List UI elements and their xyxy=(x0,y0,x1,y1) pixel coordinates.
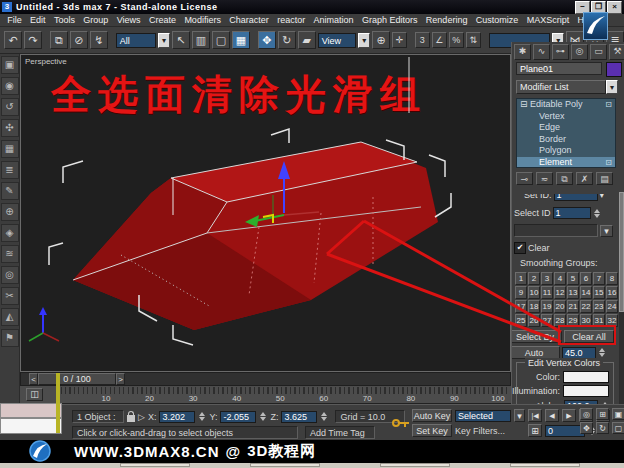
snap-3d-icon[interactable]: 3 xyxy=(415,32,430,48)
menu-item[interactable]: Rendering xyxy=(422,15,472,25)
command-tab-icon[interactable]: ◎ xyxy=(571,44,588,60)
smoothing-group-button[interactable]: 21 xyxy=(567,300,579,313)
smoothing-group-button[interactable]: 20 xyxy=(554,300,566,313)
stack-item-vertex[interactable]: Vertex xyxy=(517,111,615,123)
scale-icon[interactable]: ▰ xyxy=(298,31,316,49)
manipulate-icon[interactable]: ✛ xyxy=(392,32,407,48)
reactor-tool-icon[interactable]: ≣ xyxy=(1,161,19,179)
stack-item-polygon[interactable]: Polygon xyxy=(517,145,615,157)
clear-selection-checkbox[interactable]: ✔ xyxy=(514,242,526,254)
set-key-button[interactable]: Set Key xyxy=(412,424,452,437)
nav-icon[interactable]: ✥ xyxy=(580,422,593,434)
redo-icon[interactable]: ↷ xyxy=(24,31,42,49)
smoothing-group-button[interactable]: 26 xyxy=(528,314,540,327)
plane-model[interactable] xyxy=(73,142,438,330)
smoothing-group-button[interactable]: 24 xyxy=(606,300,618,313)
reactor-tool-icon[interactable]: ✣ xyxy=(1,119,19,137)
next-frame-arrow[interactable]: > xyxy=(116,373,125,385)
use-center-icon[interactable]: ⊕ xyxy=(372,31,390,49)
z-coordinate-field[interactable]: 3.625 xyxy=(281,411,317,423)
smoothing-group-button[interactable]: 6 xyxy=(580,272,592,285)
menu-item[interactable]: Views xyxy=(113,15,145,25)
command-tab-icon[interactable]: ▭ xyxy=(590,44,607,60)
menu-item[interactable]: Modifiers xyxy=(180,15,225,25)
reactor-tool-icon[interactable]: ✂ xyxy=(1,287,19,305)
smoothing-group-button[interactable]: 16 xyxy=(606,286,618,299)
add-time-tag[interactable]: Add Time Tag xyxy=(305,426,375,439)
smoothing-group-button[interactable]: 13 xyxy=(567,286,579,299)
reactor-tool-icon[interactable]: ▣ xyxy=(1,56,19,74)
menu-item[interactable]: Tools xyxy=(50,15,79,25)
auto-smooth-spinner[interactable] xyxy=(598,347,606,359)
nav-icon[interactable]: ↻ xyxy=(596,422,609,434)
panel-scrollbar[interactable] xyxy=(619,192,624,408)
modifier-list-dropdown[interactable]: Modifier List xyxy=(516,80,606,94)
smoothing-group-button[interactable]: 23 xyxy=(593,300,605,313)
selection-filter-dropdown[interactable]: All xyxy=(116,33,157,48)
select-id-spinner[interactable] xyxy=(593,207,601,219)
x-coordinate-field[interactable]: 3.202 xyxy=(159,411,195,423)
go-to-frame-icon[interactable]: ⊞ xyxy=(528,424,542,437)
stack-tool-icon[interactable]: ▤ xyxy=(596,172,613,185)
rotate-icon[interactable]: ↻ xyxy=(278,31,296,49)
smoothing-group-button[interactable]: 25 xyxy=(515,314,527,327)
reactor-tool-icon[interactable]: ▦ xyxy=(1,140,19,158)
playback-button[interactable]: ▶ xyxy=(562,409,576,422)
menu-item[interactable]: Animation xyxy=(309,15,357,25)
reactor-tool-icon[interactable]: ⚑ xyxy=(1,329,19,347)
smoothing-group-button[interactable]: 27 xyxy=(541,314,553,327)
smoothing-group-button[interactable]: 12 xyxy=(554,286,566,299)
stack-item-edge[interactable]: Edge xyxy=(517,122,615,134)
window-crossing-icon[interactable]: ▦ xyxy=(232,31,250,49)
menu-item[interactable]: Create xyxy=(145,15,180,25)
reactor-tool-icon[interactable]: ≋ xyxy=(1,245,19,263)
smoothing-group-button[interactable]: 17 xyxy=(515,300,527,313)
maxscript-listener-white[interactable] xyxy=(0,418,62,434)
expand-icon[interactable]: ⊟ xyxy=(520,99,528,109)
smoothing-group-button[interactable]: 5 xyxy=(567,272,579,285)
prev-frame-arrow[interactable]: < xyxy=(29,373,38,385)
stack-tool-icon[interactable]: ≂ xyxy=(536,172,553,185)
smoothing-group-button[interactable]: 18 xyxy=(528,300,540,313)
nav-icon[interactable]: ▢ xyxy=(612,422,624,434)
command-tab-icon[interactable]: ⚒ xyxy=(609,44,624,60)
command-tab-icon[interactable]: ✱ xyxy=(514,44,531,60)
select-by-sg-button[interactable]: Select By SG xyxy=(512,330,562,343)
time-slider-indicator[interactable] xyxy=(56,373,60,433)
playback-button[interactable]: |◀ xyxy=(528,409,542,422)
vertex-color-swatch[interactable] xyxy=(563,371,609,383)
stack-item-border[interactable]: Border xyxy=(517,134,615,146)
command-tab-icon[interactable]: ∿ xyxy=(533,44,550,60)
smoothing-group-button[interactable]: 15 xyxy=(593,286,605,299)
mini-curve-editor-icon[interactable]: ◫ xyxy=(26,388,43,401)
maxscript-listener-pink[interactable] xyxy=(0,403,62,418)
nav-icon[interactable]: ▣ xyxy=(612,408,624,420)
region-select-icon[interactable]: ▢ xyxy=(212,31,230,49)
smoothing-group-button[interactable]: 29 xyxy=(567,314,579,327)
object-color-swatch[interactable] xyxy=(606,62,622,77)
smoothing-group-button[interactable]: 30 xyxy=(580,314,592,327)
smoothing-group-button[interactable]: 9 xyxy=(515,286,527,299)
object-name-field[interactable]: Plane01 xyxy=(516,62,602,75)
material-id-combo[interactable] xyxy=(514,224,598,237)
stack-tool-icon[interactable]: ✗ xyxy=(576,172,593,185)
smoothing-group-button[interactable]: 1 xyxy=(515,272,527,285)
y-coordinate-field[interactable]: -2.055 xyxy=(220,411,256,423)
playback-button[interactable]: ◀ xyxy=(545,409,559,422)
reactor-tool-icon[interactable]: ◉ xyxy=(1,77,19,95)
auto-smooth-field[interactable]: 45.0 xyxy=(562,347,596,359)
track-bar[interactable]: ◫ 102030405060708090100 xyxy=(20,386,511,404)
menu-item[interactable]: File xyxy=(3,15,26,25)
smoothing-group-button[interactable]: 28 xyxy=(554,314,566,327)
select-id-field[interactable]: 1 xyxy=(553,207,591,219)
clear-all-button[interactable]: Clear All xyxy=(564,330,614,343)
undo-icon[interactable]: ↶ xyxy=(4,31,22,49)
smoothing-group-button[interactable]: 4 xyxy=(554,272,566,285)
keyable-dropdown[interactable]: Selected xyxy=(455,410,511,422)
reactor-tool-icon[interactable]: ⊕ xyxy=(1,203,19,221)
move-icon[interactable]: ✥ xyxy=(258,31,276,49)
smoothing-group-button[interactable]: 32 xyxy=(606,314,618,327)
smoothing-group-button[interactable]: 14 xyxy=(580,286,592,299)
select-by-name-icon[interactable]: ▥ xyxy=(192,31,210,49)
y-spinner[interactable] xyxy=(259,411,267,423)
